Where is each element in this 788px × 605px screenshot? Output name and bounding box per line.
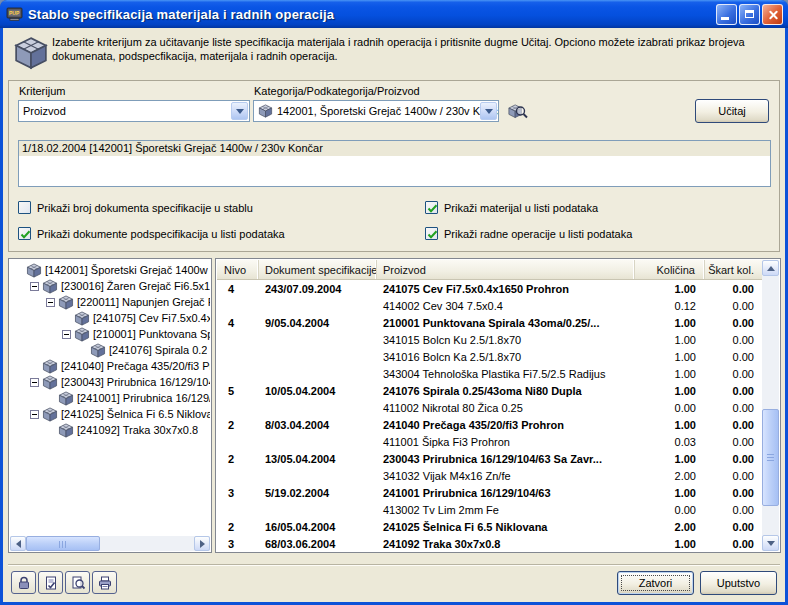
cell-skart: 0.00: [705, 502, 763, 519]
option-show-material[interactable]: Prikaži materijal u listi podataka: [425, 201, 598, 214]
collapse-icon[interactable]: [28, 406, 41, 422]
collapse-icon[interactable]: [44, 294, 57, 310]
table-row[interactable]: 341015 Bolcn Ku 2.5/1.8x70 1.00 0.00: [217, 332, 763, 349]
specification-cube-icon: [14, 36, 48, 70]
cell-nivo: 3: [217, 536, 259, 551]
cell-dokument: [259, 332, 377, 349]
collapse-icon[interactable]: [28, 374, 41, 390]
cell-skart: 0.00: [705, 366, 763, 383]
title-bar[interactable]: PUP Stablo specifikacija materijala i ra…: [0, 0, 788, 28]
minimize-button[interactable]: [716, 4, 737, 25]
close-button[interactable]: [762, 4, 783, 25]
cell-proizvod: 210001 Punktovana Spirala 43oma/0.25/...: [377, 315, 635, 332]
cell-skart: 0.00: [705, 349, 763, 366]
cell-dokument: [259, 400, 377, 417]
column-header-kolicina[interactable]: Količina: [635, 260, 705, 279]
search-product-button[interactable]: [506, 101, 530, 123]
specification-listbox[interactable]: 1/18.02.2004 [142001] Šporetski Grejač 1…: [18, 140, 771, 187]
table-row[interactable]: 4 9/05.04.2004 210001 Punktovana Spirala…: [217, 315, 763, 332]
maximize-button[interactable]: [739, 4, 760, 25]
table-row[interactable]: 3 5/19.02.2004 241001 Prirubnica 16/129/…: [217, 485, 763, 502]
scrollbar-thumb[interactable]: [26, 536, 100, 551]
table-row[interactable]: 2 16/05.04.2004 241025 Šelnica Fi 6.5 Ni…: [217, 519, 763, 536]
scroll-right-button[interactable]: [194, 536, 210, 551]
table-row[interactable]: 414002 Cev 304 7.5x0.4 0.12 0.00: [217, 298, 763, 315]
table-vertical-scrollbar[interactable]: [762, 260, 779, 551]
lock-button[interactable]: [11, 571, 36, 594]
tree-item[interactable]: [241025] Šelnica Fi 6.5 Niklovan: [10, 406, 210, 422]
tree-item-label: [230043] Prirubnica 16/129/104,: [61, 376, 210, 388]
cell-proizvod: 341032 Vijak M4x16 Zn/fe: [377, 468, 635, 485]
column-header-nivo[interactable]: Nivo: [217, 260, 259, 279]
table-row[interactable]: 341016 Bolcn Ka 2.5/1.8x70 1.00 0.00: [217, 349, 763, 366]
checkbox-label[interactable]: Prikaži broj dokumenta specifikacije u s…: [37, 202, 253, 214]
table-row[interactable]: 2 13/05.04.2004 230043 Prirubnica 16/129…: [217, 451, 763, 468]
product-cube-icon: [258, 104, 273, 118]
dropdown-arrow-button[interactable]: [480, 102, 497, 120]
checkbox-label[interactable]: Prikaži materijal u listi podataka: [444, 202, 598, 214]
scroll-down-button[interactable]: [762, 535, 779, 551]
load-button[interactable]: Učitaj: [695, 99, 769, 123]
tree-item[interactable]: [241092] Traka 30x7x0.8: [10, 422, 210, 438]
checkbox[interactable]: [425, 201, 438, 214]
cell-proizvod: 341016 Bolcn Ka 2.5/1.8x70: [377, 349, 635, 366]
print-button[interactable]: [92, 571, 117, 594]
tree-horizontal-scrollbar[interactable]: [10, 536, 210, 551]
arrow-right-icon: [200, 540, 205, 548]
scrollbar-thumb[interactable]: [762, 409, 779, 506]
tree-item[interactable]: [220011] Napunjen Grejač F: [10, 294, 210, 310]
scroll-left-button[interactable]: [10, 536, 26, 551]
tree-item[interactable]: [241001] Prirubnica 16/129/: [10, 390, 210, 406]
table-row[interactable]: 5 10/05.04.2004 241076 Spirala 0.25/43om…: [217, 383, 763, 400]
cell-nivo: 2: [217, 417, 259, 434]
option-show-doc-number[interactable]: Prikaži broj dokumenta specifikacije u s…: [18, 201, 253, 214]
table-row[interactable]: 413002 Tv Lim 2mm Fe 0.00 0.00: [217, 502, 763, 519]
column-header-dokument[interactable]: Dokument specifikacije: [259, 260, 377, 279]
tree-item[interactable]: [241076] Spirala 0.2: [10, 342, 210, 358]
kategorija-label: Kategorija/Podkategorija/Proizvod: [254, 85, 420, 97]
checkbox[interactable]: [18, 227, 31, 240]
column-header-proizvod[interactable]: Proizvod: [377, 260, 635, 279]
collapse-icon[interactable]: [60, 326, 73, 342]
collapse-icon[interactable]: [28, 278, 41, 294]
table-row[interactable]: 341032 Vijak M4x16 Zn/fe 2.00 0.00: [217, 468, 763, 485]
verify-document-button[interactable]: [38, 571, 63, 594]
table-row[interactable]: 411001 Šipka Fi3 Prohron 0.03 0.00: [217, 434, 763, 451]
checkbox[interactable]: [425, 227, 438, 240]
print-preview-button[interactable]: [65, 571, 90, 594]
tree-item[interactable]: [241075] Cev Fi7.5x0.4x: [10, 310, 210, 326]
tree-item[interactable]: [210001] Punktovana Sp: [10, 326, 210, 342]
tree-item[interactable]: [230016] Žaren Grejač Fi6.5x18: [10, 278, 210, 294]
cell-kolicina: 2.00: [635, 519, 705, 536]
help-button[interactable]: Uputstvo: [700, 571, 777, 595]
cell-dokument: [259, 468, 377, 485]
table-row[interactable]: 3 68/03.06.2004 241092 Traka 30x7x0.8 1.…: [217, 536, 763, 551]
cell-kolicina: 1.00: [635, 451, 705, 468]
kategorija-dropdown[interactable]: 142001, Šporetski Grejač 1400w / 230v Ko…: [253, 100, 499, 122]
table-header[interactable]: Nivo Dokument specifikacije Proizvod Kol…: [217, 260, 763, 280]
table-row[interactable]: 343004 Tehnološka Plastika Fi7.5/2.5 Rad…: [217, 366, 763, 383]
checkbox-label[interactable]: Prikaži radne operacije u listi podataka: [444, 228, 632, 240]
tree-item[interactable]: [241040] Prečaga 435/20/fi3 Pro: [10, 358, 210, 374]
cell-kolicina: 1.00: [635, 383, 705, 400]
kriterijum-dropdown[interactable]: Proizvod: [18, 100, 250, 122]
column-header-skart[interactable]: Škart kol.: [705, 260, 763, 279]
scroll-up-button[interactable]: [762, 260, 779, 276]
table-row[interactable]: 411002 Nikrotal 80 Žica 0.25 0.00 0.00: [217, 400, 763, 417]
table-row[interactable]: 4 243/07.09.2004 241075 Cev Fi7.5x0.4x16…: [217, 281, 763, 298]
checkbox-label[interactable]: Prikaži dokumente podspecifikacija u lis…: [37, 228, 285, 240]
checkbox[interactable]: [18, 201, 31, 214]
option-show-subspec-docs[interactable]: Prikaži dokumente podspecifikacija u lis…: [18, 227, 285, 240]
cell-skart: 0.00: [705, 451, 763, 468]
lock-icon: [16, 575, 32, 591]
table-row[interactable]: 2 8/03.04.2004 241040 Prečaga 435/20/fi3…: [217, 417, 763, 434]
specification-list-item[interactable]: 1/18.02.2004 [142001] Šporetski Grejač 1…: [19, 141, 770, 156]
tree-item[interactable]: [230043] Prirubnica 16/129/104,: [10, 374, 210, 390]
cell-dokument: [259, 349, 377, 366]
dropdown-arrow-button[interactable]: [231, 102, 248, 120]
option-show-operations[interactable]: Prikaži radne operacije u listi podataka: [425, 227, 632, 240]
close-dialog-button[interactable]: Zatvori: [617, 571, 694, 595]
kategorija-value: 142001, Šporetski Grejač 1400w / 230v Ko…: [277, 105, 499, 117]
specification-tree[interactable]: [142001] Šporetski Grejač 1400w / 2 [230…: [10, 260, 210, 536]
tree-item[interactable]: [142001] Šporetski Grejač 1400w / 2: [10, 262, 210, 278]
